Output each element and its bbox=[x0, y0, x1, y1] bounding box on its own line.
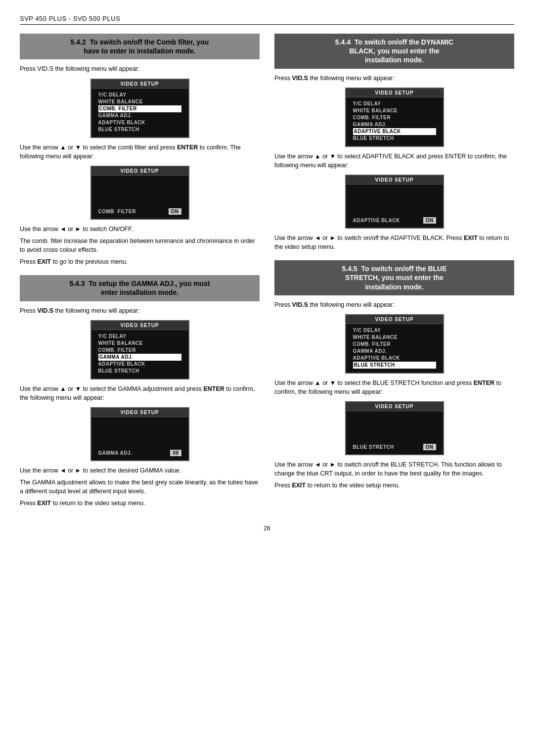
menu-item: WHITE BALANCE bbox=[98, 98, 181, 105]
menu-item: ADAPTIVE BLACK bbox=[98, 361, 181, 368]
section-545-menu1: VIDEO SETUP Y/C DELAY WHITE BALANCE COMB… bbox=[345, 314, 444, 374]
menu-item-highlighted: ADAPTIVE BLACK bbox=[353, 128, 436, 135]
menu-item: GAMMA ADJ. bbox=[353, 348, 436, 355]
section-545-para4: Press EXIT to return to the video setup … bbox=[274, 481, 514, 490]
section-542-para1: Press VID.S the following menu will appe… bbox=[20, 64, 260, 73]
menu-value: 00 bbox=[170, 450, 181, 456]
menu-item: ADAPTIVE BLACK bbox=[98, 119, 181, 126]
menu-items: Y/C DELAY WHITE BALANCE COMB. FILTER GAM… bbox=[91, 89, 188, 137]
section-543-heading: 5.4.3 To setup the GAMMA ADJ., you muste… bbox=[20, 275, 260, 301]
section-543-para3: Use the arrow ◄ or ► to select the desir… bbox=[20, 466, 260, 475]
menu-item: Y/C DELAY bbox=[353, 100, 436, 107]
section-543-para2: Use the arrow ▲ or ▼ to select the GAMMA… bbox=[20, 384, 260, 402]
menu-item: GAMMA ADJ. bbox=[353, 121, 436, 128]
menu-title: VIDEO SETUP bbox=[346, 176, 443, 185]
section-542-para4: The comb. filter increase the separation… bbox=[20, 236, 260, 254]
section-542-menu1: VIDEO SETUP Y/C DELAY WHITE BALANCE COMB… bbox=[90, 79, 189, 138]
menu-value: ON bbox=[169, 208, 181, 215]
section-543: 5.4.3 To setup the GAMMA ADJ., you muste… bbox=[20, 275, 260, 508]
section-542-menu2: VIDEO SETUP COMB FILTER ON bbox=[90, 166, 189, 220]
menu-bottom: COMB FILTER ON bbox=[91, 205, 188, 219]
menu-item: ADAPTIVE BLACK bbox=[353, 355, 436, 362]
menu-bottom: GAMMA ADJ. 00 bbox=[91, 447, 188, 460]
menu-items: Y/C DELAY WHITE BALANCE COMB. FILTER GAM… bbox=[346, 324, 443, 373]
menu-item: Y/C DELAY bbox=[98, 333, 181, 340]
section-543-menu1: VIDEO SETUP Y/C DELAY WHITE BALANCE COMB… bbox=[90, 320, 189, 379]
menu-bottom: BLUE STRETCH ON bbox=[346, 441, 443, 454]
page-header: SVP 450 PLUS - SVD 500 PLUS bbox=[20, 15, 514, 25]
menu-item: WHITE BALANCE bbox=[353, 107, 436, 114]
menu-title: VIDEO SETUP bbox=[346, 89, 443, 97]
menu-item-highlighted: COMB. FILTER bbox=[98, 105, 181, 112]
menu-bottom: ADAPTIVE BLACK ON bbox=[346, 214, 443, 228]
right-column: 5.4.4 To switch on/off the DYNAMICBLACK,… bbox=[274, 34, 514, 517]
menu-title: VIDEO SETUP bbox=[91, 408, 188, 417]
section-542: 5.4.2 To switch on/off the Comb filter, … bbox=[20, 34, 260, 266]
menu-item: Y/C DELAY bbox=[353, 327, 436, 334]
section-545-para2: Use the arrow ▲ or ▼ to select the BLUE … bbox=[274, 378, 514, 396]
section-544: 5.4.4 To switch on/off the DYNAMICBLACK,… bbox=[274, 34, 514, 251]
section-542-para2: Use the arrow ▲ or ▼ to select the comb … bbox=[20, 143, 260, 161]
menu-title: VIDEO SETUP bbox=[91, 167, 188, 176]
menu-value: ON bbox=[423, 217, 436, 224]
menu-item: WHITE BALANCE bbox=[353, 334, 436, 341]
section-544-menu2: VIDEO SETUP ADAPTIVE BLACK ON bbox=[345, 175, 444, 229]
section-545-para3: Use the arrow ◄ or ► to switch on/off th… bbox=[274, 460, 514, 478]
section-543-para4: The GAMMA adjustment allows to make the … bbox=[20, 478, 260, 496]
section-544-menu1: VIDEO SETUP Y/C DELAY WHITE BALANCE COMB… bbox=[345, 88, 444, 147]
section-543-menu2: VIDEO SETUP GAMMA ADJ. 00 bbox=[90, 407, 189, 461]
menu-item-highlighted: GAMMA ADJ. bbox=[98, 354, 181, 361]
section-544-para2: Use the arrow ▲ or ▼ to select ADAPTIVE … bbox=[274, 152, 514, 170]
section-544-heading: 5.4.4 To switch on/off the DYNAMICBLACK,… bbox=[274, 34, 514, 69]
menu-title: VIDEO SETUP bbox=[346, 402, 443, 411]
section-542-para5: Press EXIT to go to the previous menu. bbox=[20, 257, 260, 266]
menu-item: BLUE STRETCH bbox=[353, 135, 436, 142]
main-content: 5.4.2 To switch on/off the Comb filter, … bbox=[20, 34, 514, 517]
menu-title: VIDEO SETUP bbox=[91, 80, 188, 89]
menu-title: VIDEO SETUP bbox=[91, 321, 188, 330]
menu-title: VIDEO SETUP bbox=[346, 315, 443, 324]
menu-item: GAMMA ADJ. bbox=[98, 112, 181, 119]
menu-label: COMB FILTER bbox=[98, 209, 136, 214]
section-544-para1: Press VID.S the following menu will appe… bbox=[274, 74, 514, 83]
section-543-para5: Press EXIT to return to the video setup … bbox=[20, 499, 260, 508]
page-number: 26 bbox=[20, 525, 514, 532]
page-header-title: SVP 450 PLUS - SVD 500 PLUS bbox=[20, 15, 120, 22]
menu-item: COMB. FILTER bbox=[353, 114, 436, 121]
section-545-para1: Press VID.S the following menu will appe… bbox=[274, 300, 514, 309]
section-543-para1: Press VID.S the following menu will appe… bbox=[20, 306, 260, 315]
menu-label: GAMMA ADJ. bbox=[98, 450, 133, 456]
section-545: 5.4.5 To switch on/off the BLUESTRETCH, … bbox=[274, 260, 514, 490]
menu-item: BLUE STRETCH bbox=[98, 126, 181, 133]
section-545-menu2: VIDEO SETUP BLUE STRETCH ON bbox=[345, 401, 444, 455]
menu-item: BLUE STRETCH bbox=[98, 368, 181, 375]
menu-item: WHITE BALANCE bbox=[98, 340, 181, 347]
menu-item: COMB. FILTER bbox=[353, 341, 436, 348]
menu-items: Y/C DELAY WHITE BALANCE COMB. FILTER GAM… bbox=[346, 97, 443, 146]
menu-item: Y/C DELAY bbox=[98, 92, 181, 98]
section-542-heading: 5.4.2 To switch on/off the Comb filter, … bbox=[20, 34, 260, 59]
section-545-heading: 5.4.5 To switch on/off the BLUESTRETCH, … bbox=[274, 260, 514, 295]
section-544-para3: Use the arrow ◄ or ► to switch on/off th… bbox=[274, 234, 514, 251]
menu-item-highlighted: BLUE STRETCH bbox=[353, 362, 436, 369]
left-column: 5.4.2 To switch on/off the Comb filter, … bbox=[20, 34, 260, 517]
menu-item: COMB. FILTER bbox=[98, 347, 181, 354]
menu-label: BLUE STRETCH bbox=[353, 444, 394, 450]
menu-value: ON bbox=[423, 444, 436, 450]
section-542-para3: Use the arrow ◄ or ► to switch ON/OFF. bbox=[20, 225, 260, 234]
menu-items: Y/C DELAY WHITE BALANCE COMB. FILTER GAM… bbox=[91, 330, 188, 378]
menu-label: ADAPTIVE BLACK bbox=[353, 218, 400, 223]
